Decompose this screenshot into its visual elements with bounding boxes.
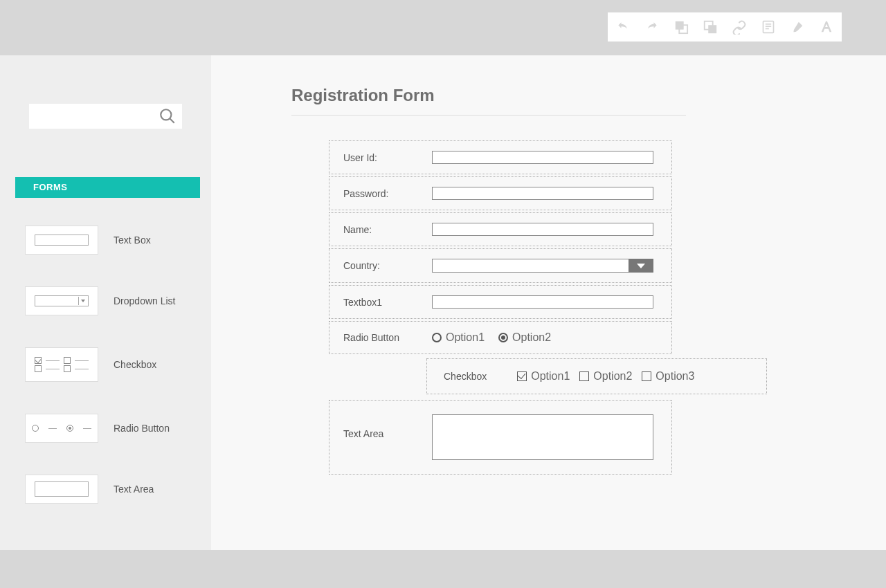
palette-checkbox[interactable]: Checkbox [25, 347, 211, 382]
field-textarea[interactable]: Text Area [329, 400, 672, 475]
sidebar-category-forms[interactable]: FORMS [15, 177, 200, 198]
bring-front-button[interactable] [673, 19, 689, 35]
undo-button[interactable] [615, 19, 631, 35]
palette-textarea-label: Text Area [114, 484, 154, 495]
toolbar [608, 12, 842, 42]
svg-line-9 [170, 118, 174, 123]
field-radio[interactable]: Radio Button Option1 Option2 [329, 321, 672, 354]
field-country[interactable]: Country: [329, 248, 672, 283]
link-icon [732, 19, 747, 35]
radio-option2[interactable]: Option2 [498, 331, 551, 344]
chevron-down-icon [629, 259, 653, 273]
undo-icon [615, 20, 631, 34]
field-password-input[interactable] [432, 187, 653, 200]
bring-front-icon [673, 19, 689, 35]
font-icon [819, 19, 834, 35]
redo-button[interactable] [644, 19, 660, 35]
note-button[interactable] [760, 19, 777, 35]
field-userid-label: User Id: [343, 152, 425, 163]
palette-textbox[interactable]: Text Box [25, 226, 211, 255]
search-icon [159, 107, 177, 125]
radio-selected-icon [498, 333, 508, 342]
field-textbox1[interactable]: Textbox1 [329, 285, 672, 319]
svg-rect-3 [708, 25, 716, 33]
style-button[interactable] [789, 19, 806, 35]
checkbox-icon [642, 371, 651, 381]
send-back-button[interactable] [702, 19, 718, 35]
brush-icon [790, 19, 805, 35]
checkbox-option2[interactable]: Option2 [579, 370, 632, 383]
field-checkbox-label: Checkbox [444, 371, 487, 382]
palette-dropdown-thumb [25, 286, 98, 315]
field-name-input[interactable] [432, 223, 653, 236]
radio-option1[interactable]: Option1 [432, 331, 485, 344]
palette-dropdown-label: Dropdown List [114, 295, 176, 306]
checkbox-option3[interactable]: Option3 [642, 370, 694, 383]
field-checkbox[interactable]: Checkbox Option1 Option2 Option3 [426, 358, 767, 394]
bottombar [0, 550, 886, 588]
palette-radio[interactable]: Radio Button [25, 414, 211, 443]
form-title[interactable]: Registration Form [291, 86, 858, 105]
checkbox-option1-label: Option1 [531, 370, 570, 383]
palette-checkbox-thumb [25, 347, 98, 382]
checkbox-option2-label: Option2 [593, 370, 632, 383]
palette-textarea-thumb [25, 475, 98, 504]
field-radio-label: Radio Button [343, 332, 425, 343]
checkbox-option3-label: Option3 [656, 370, 694, 383]
checkbox-icon [579, 371, 589, 381]
field-name-label: Name: [343, 224, 425, 235]
component-palette: Text Box Dropdown List Checkbox [0, 226, 211, 504]
link-button[interactable] [731, 19, 748, 35]
field-country-dropdown[interactable] [432, 259, 653, 273]
checkbox-options: Option1 Option2 Option3 [517, 370, 704, 383]
field-textbox1-label: Textbox1 [343, 297, 425, 308]
checkbox-checked-icon [517, 371, 527, 381]
radio-options: Option1 Option2 [432, 331, 559, 344]
field-name[interactable]: Name: [329, 212, 672, 246]
workspace: FORMS Text Box Dropdown List Checkbox [0, 55, 886, 550]
palette-checkbox-label: Checkbox [114, 359, 156, 370]
svg-point-8 [161, 109, 171, 120]
title-divider [291, 115, 686, 116]
radio-option2-label: Option2 [512, 331, 551, 344]
radio-icon [432, 333, 442, 342]
field-password[interactable]: Password: [329, 176, 672, 210]
design-canvas[interactable]: Registration Form User Id: Password: Nam… [211, 55, 886, 550]
field-textarea-input[interactable] [432, 414, 653, 460]
palette-dropdown[interactable]: Dropdown List [25, 286, 211, 315]
search-input[interactable] [29, 104, 182, 129]
palette-radio-label: Radio Button [114, 423, 170, 434]
font-button[interactable] [818, 19, 835, 35]
topbar [0, 0, 886, 55]
field-userid[interactable]: User Id: [329, 140, 672, 174]
palette-textarea[interactable]: Text Area [25, 475, 211, 504]
palette-radio-thumb [25, 414, 98, 443]
field-password-label: Password: [343, 188, 425, 199]
redo-icon [644, 20, 660, 34]
field-country-label: Country: [343, 260, 425, 271]
radio-option1-label: Option1 [446, 331, 485, 344]
field-textbox1-input[interactable] [432, 295, 653, 309]
field-userid-input[interactable] [432, 151, 653, 164]
checkbox-option1[interactable]: Option1 [517, 370, 570, 383]
send-back-icon [703, 19, 718, 35]
palette-textbox-label: Text Box [114, 235, 151, 246]
palette-textbox-thumb [25, 226, 98, 255]
sidebar: FORMS Text Box Dropdown List Checkbox [0, 55, 211, 550]
field-textarea-label: Text Area [343, 414, 425, 439]
note-icon [761, 19, 775, 35]
